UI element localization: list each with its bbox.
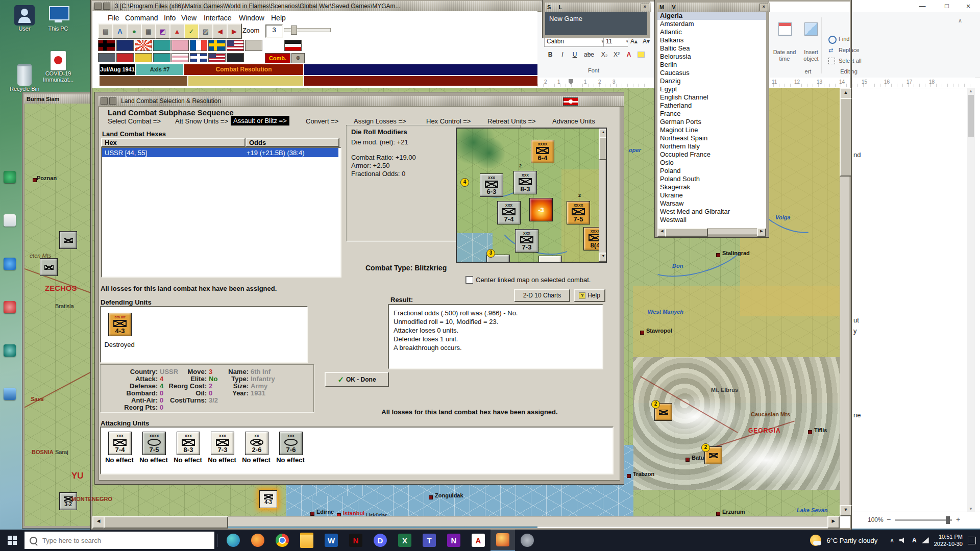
taskbar-onenote-icon[interactable]: N [442,530,466,551]
flag-yellow-icon[interactable] [135,53,152,62]
taskbar-acrobat-icon[interactable]: A [466,530,491,551]
burma-window-titlebar[interactable]: Burma Siam [24,94,94,104]
desktop-shortcut-icon[interactable] [4,214,16,227]
taskbar-search[interactable] [24,532,214,549]
dialog-titlebar[interactable]: Land Combat Selection & Resolution [99,96,624,107]
toolbar-button[interactable]: ▦ [141,23,156,39]
zoom-in-button[interactable]: + [956,515,960,523]
weather-text[interactable]: 6°C Partly cloudy [826,537,877,544]
search-input[interactable] [41,536,186,545]
unit-counter[interactable]: XXXX 7-5 [567,201,590,224]
list-item[interactable]: West Med and Gibraltar [657,208,766,216]
unit-counter[interactable] [538,256,562,263]
flag-pink-stripe-icon[interactable] [172,53,189,62]
scroll-down-arrow[interactable]: ▼ [599,253,607,262]
unit-counter[interactable] [59,231,77,249]
toolbar-button[interactable]: ▲ [169,23,185,39]
subphase-att-snow-units[interactable]: Att Snow Units => [175,117,228,125]
unit-counter[interactable] [40,258,58,276]
list-item[interactable]: Northeast Spain [657,134,766,142]
subphase-select-combat[interactable]: Select Combat => [108,117,161,125]
toolbar-button[interactable]: ◩ [155,23,170,39]
toolbar-button[interactable]: ▤ [98,23,113,39]
wordpad-vertical-scrollbar[interactable]: ▲ ▼ [967,88,975,512]
flag-france-icon[interactable] [190,40,207,51]
desktop-icon-recycle-bin[interactable]: Recycle Bin [6,64,43,92]
list-item[interactable]: Warsaw [657,199,766,208]
help-button[interactable]: ? Help [574,289,605,302]
menu-view[interactable]: View [181,14,197,22]
menu-interface[interactable]: Interface [204,14,231,22]
menu-window[interactable]: Window [239,14,264,22]
toolbar-back-button[interactable]: ◀ [212,23,228,39]
list-item[interactable]: Atlantic [657,28,766,36]
list-item[interactable]: Egypt [657,85,766,93]
hex-table-body[interactable]: USSR [44, 55] +19 (+21.5B) (38:4) [101,147,341,278]
menu-info[interactable]: Info [164,14,176,22]
zoom-out-button[interactable]: − [887,515,891,523]
desktop-shortcut-icon[interactable] [4,258,16,270]
mv-titlebar[interactable]: M V × [657,3,770,12]
maximize-button[interactable]: □ [938,2,955,11]
zoom-slider[interactable] [895,519,952,521]
flag-usa2-icon[interactable] [208,53,226,62]
ok-done-button[interactable]: ✓ OK - Done [325,372,389,387]
list-item[interactable]: Ukraine [657,191,766,199]
list-item[interactable]: France [657,110,766,118]
scrollbar-thumb[interactable] [665,228,708,237]
list-item[interactable]: Berlin [657,61,766,69]
weather-icon[interactable] [810,535,821,546]
scroll-right-arrow[interactable]: ▶ [757,228,766,237]
flag-pink-icon[interactable] [172,40,189,51]
subphase-assign-losses[interactable]: Assign Losses => [354,117,406,125]
list-item[interactable]: Maginot Line [657,126,766,134]
desktop-shortcut-icon[interactable] [4,301,16,313]
list-item[interactable]: Balkans [657,36,766,44]
list-item[interactable]: Poland [657,167,766,175]
scroll-up-arrow[interactable]: ▲ [969,89,973,93]
flag-teal2-icon[interactable] [153,53,170,62]
scrollbar-thumb[interactable] [968,95,974,137]
taskbar-edge-icon[interactable] [221,530,246,551]
taskbar-file-explorer-icon[interactable] [295,530,319,551]
game-titlebar[interactable]: 3 [C:\Program Files (x86)\Matrix Games\W… [92,1,542,12]
flag-sweden-icon[interactable] [208,40,226,51]
attacker-counter[interactable]: XX2-6 [245,432,268,455]
list-item[interactable]: English Channel [657,93,766,102]
list-item[interactable]: Occupied France [657,151,766,159]
flag-usa-icon[interactable] [227,40,244,51]
desktop-icon-this-pc[interactable]: This PC [40,5,77,32]
attacker-counter[interactable]: XXX8-3 [177,432,200,455]
list-item[interactable]: Poland South [657,175,766,183]
scroll-right-arrow[interactable]: ▶ [827,516,840,529]
subphase-assault-or-blitz[interactable]: Assault or Blitz => [231,116,289,126]
menu-file[interactable]: File [108,14,119,22]
attacker-counter[interactable]: XXX7-4 [108,432,132,455]
list-item[interactable]: Caucasus [657,69,766,77]
combat-marker[interactable]: -3 [529,198,553,221]
close-icon[interactable]: × [760,4,768,11]
taskbar-word-icon[interactable]: W [319,530,344,551]
game-horizontal-scrollbar[interactable]: ◀ ▶ [92,516,840,527]
subphase-retreat-units[interactable]: Retreat Units => [487,117,536,125]
selected-unit-counter[interactable]: 4-3 [259,490,277,508]
window-system-icon[interactable] [103,3,110,10]
list-item[interactable]: Baltic Sea [657,44,766,53]
flag-german-tricolor-icon[interactable] [284,40,302,51]
hex-column-header[interactable]: Hex [101,138,246,147]
scroll-left-arrow[interactable]: ◀ [92,516,105,529]
defender-counter[interactable]: 6th Inf 4-3 [108,313,132,336]
close-combat-icon[interactable]: ⊗ [291,53,305,63]
list-item[interactable]: German Ports [657,118,766,126]
menu-command[interactable]: Command [125,14,158,22]
scrollbar-thumb[interactable] [104,516,228,529]
hex-table-selected-row[interactable]: USSR [44, 55] +19 (+21.5B) (38:4) [102,148,338,157]
toolbar-button[interactable]: A [112,23,128,39]
tray-chevron-up-icon[interactable]: ∧ [890,537,894,544]
center-map-checkbox[interactable] [465,276,473,284]
taskbar-netflix-icon[interactable]: N [344,530,368,551]
flag-dark-icon[interactable] [227,53,244,62]
flag-red-icon[interactable] [116,53,134,62]
list-item[interactable]: Amsterdam [657,20,766,28]
list-item-selected[interactable]: Algeria [657,12,766,20]
